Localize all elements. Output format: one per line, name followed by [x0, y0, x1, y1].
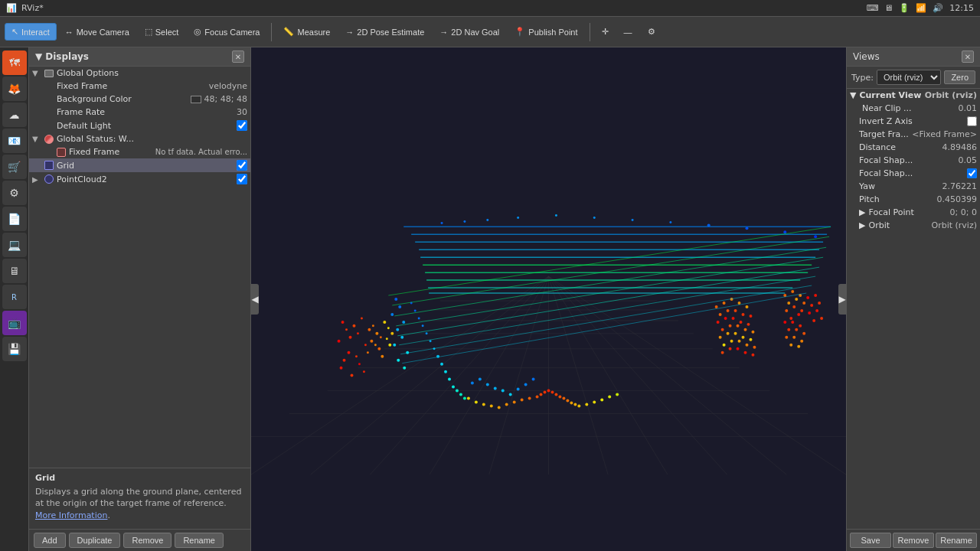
- value-bg-color: 48; 48; 48: [204, 94, 247, 104]
- view-focal-shape-size[interactable]: Focal Shap... 0.05: [847, 154, 980, 167]
- label-frame-rate: Frame Rate: [57, 107, 234, 117]
- duplicate-button[interactable]: Duplicate: [69, 533, 121, 548]
- taskbar-settings[interactable]: ⚙: [2, 181, 27, 205]
- svg-point-158: [749, 338, 752, 341]
- nav-goal-button[interactable]: → 2D Nav Goal: [433, 24, 506, 41]
- taskbar-firefox[interactable]: 🦊: [2, 77, 27, 101]
- tree-item-global-options[interactable]: ▼ Global Options: [29, 67, 250, 80]
- more-info-link[interactable]: More Information: [35, 510, 107, 520]
- add-button[interactable]: Add: [34, 533, 66, 548]
- taskbar-hdd[interactable]: 💾: [2, 337, 27, 361]
- svg-line-16: [489, 276, 549, 474]
- checkbox-pointcloud2[interactable]: [237, 174, 247, 184]
- pose-icon: →: [345, 28, 354, 37]
- svg-point-176: [792, 305, 795, 308]
- collapse-right-handle[interactable]: ▶: [838, 284, 846, 315]
- svg-point-147: [740, 321, 743, 324]
- invert-z-checkbox[interactable]: [967, 116, 977, 126]
- tree-item-grid[interactable]: Grid: [29, 158, 250, 172]
- taskbar-files[interactable]: 📄: [2, 207, 27, 231]
- taskbar-purple[interactable]: 📺: [2, 311, 27, 335]
- separator-1: [271, 23, 272, 41]
- 3d-viewport[interactable]: ◀ ▶: [251, 47, 846, 551]
- taskbar-monitor2[interactable]: 🖥: [2, 259, 27, 283]
- svg-point-67: [593, 217, 596, 219]
- view-target-frame[interactable]: Target Fra... <Fixed Frame>: [847, 128, 980, 141]
- svg-point-194: [818, 302, 821, 305]
- view-pitch[interactable]: Pitch 0.450399: [847, 193, 980, 206]
- svg-point-79: [400, 336, 403, 339]
- taskbar-r[interactable]: R: [2, 285, 27, 309]
- taskbar-amazon[interactable]: 🛒: [2, 155, 27, 179]
- tree-item-fixed-frame[interactable]: Fixed Frame velodyne: [29, 80, 250, 93]
- view-orbit[interactable]: ▶ Orbit Orbit (rviz): [847, 219, 980, 232]
- svg-point-127: [573, 403, 577, 406]
- pose-estimate-button[interactable]: → 2D Pose Estimate: [338, 24, 431, 41]
- orbit-toggle: ▶: [859, 220, 865, 230]
- collapse-left-handle[interactable]: ◀: [251, 284, 259, 315]
- tree-item-pointcloud2[interactable]: ▶ PointCloud2: [29, 172, 250, 186]
- app-title: RViz*: [21, 3, 44, 13]
- select-icon: ⬚: [145, 27, 152, 37]
- svg-point-138: [746, 305, 749, 308]
- views-save-button[interactable]: Save: [850, 533, 891, 548]
- svg-point-27: [341, 321, 345, 324]
- taskbar-terminal[interactable]: 💻: [2, 233, 27, 257]
- svg-point-163: [753, 346, 756, 349]
- tree-item-fixed-frame-status[interactable]: Fixed Frame No tf data. Actual erro...: [29, 145, 250, 158]
- publish-point-button[interactable]: 📍 Publish Point: [508, 23, 584, 41]
- add-icon-button[interactable]: ✛: [595, 23, 616, 41]
- svg-line-202: [396, 257, 823, 326]
- remove-button[interactable]: Remove: [123, 533, 172, 548]
- view-yaw[interactable]: Yaw 2.76221: [847, 180, 980, 193]
- views-panel: Views ✕ Type: Orbit (rviz) Zero ▼ Curren…: [846, 47, 980, 551]
- displays-close-button[interactable]: ✕: [232, 51, 244, 63]
- svg-point-129: [585, 403, 588, 406]
- titlebar-right: ⌨ 🖥 🔋 📶 🔊 12:15: [866, 3, 974, 13]
- checkbox-grid[interactable]: [237, 160, 247, 171]
- measure-button[interactable]: 📏 Measure: [276, 23, 337, 41]
- svg-point-182: [799, 324, 802, 328]
- focal-shape-enabled-checkbox[interactable]: [967, 168, 977, 178]
- interact-button[interactable]: ↖ Interact: [5, 23, 57, 41]
- displays-tree: ▼ Global Options Fixed Frame velodyne Ba…: [29, 67, 250, 468]
- tree-item-bg-color[interactable]: Background Color 48; 48; 48: [29, 93, 250, 106]
- svg-line-13: [311, 276, 549, 474]
- tree-item-frame-rate[interactable]: Frame Rate 30: [29, 106, 250, 119]
- focus-camera-button[interactable]: ◎ Focus Camera: [187, 23, 266, 41]
- view-near-clip[interactable]: Near Clip ... 0.01: [847, 102, 980, 115]
- tree-item-global-status[interactable]: ▼ Global Status: W...: [29, 132, 250, 145]
- monitor-icon: 🖥: [884, 3, 893, 13]
- views-rename-button[interactable]: Rename: [936, 533, 977, 548]
- tree-item-default-light[interactable]: Default Light: [29, 119, 250, 132]
- svg-point-143: [749, 315, 752, 318]
- svg-point-36: [363, 370, 365, 373]
- view-focal-point[interactable]: ▶ Focal Point 0; 0; 0: [847, 206, 980, 219]
- view-invert-z[interactable]: Invert Z Axis: [847, 115, 980, 128]
- view-focal-shape-enabled[interactable]: Focal Shap...: [847, 167, 980, 180]
- minus-icon-button[interactable]: —: [617, 24, 639, 41]
- svg-point-124: [562, 397, 565, 400]
- view-distance[interactable]: Distance 4.89486: [847, 141, 980, 154]
- main-layout: 🗺 🦊 ☁ 📧 🛒 ⚙ 📄 💻 🖥 R 📺 💾 ▼ Displays ✕ ▼ G…: [0, 47, 980, 551]
- taskbar-cloud[interactable]: ☁: [2, 103, 27, 127]
- views-remove-button[interactable]: Remove: [893, 533, 934, 548]
- taskbar-rviz[interactable]: 🗺: [2, 51, 27, 75]
- taskbar-email[interactable]: 📧: [2, 129, 27, 153]
- rename-button[interactable]: Rename: [175, 533, 224, 548]
- svg-point-142: [742, 313, 745, 316]
- move-camera-button[interactable]: ↔ Move Camera: [58, 24, 136, 41]
- views-close-button[interactable]: ✕: [962, 51, 974, 63]
- zero-button[interactable]: Zero: [944, 70, 975, 84]
- svg-point-95: [452, 386, 455, 389]
- svg-point-197: [812, 319, 815, 322]
- svg-point-169: [783, 294, 786, 297]
- svg-point-45: [367, 351, 369, 354]
- svg-point-50: [386, 337, 388, 340]
- settings-icon-button[interactable]: ⚙: [641, 23, 662, 41]
- checkbox-default-light[interactable]: [237, 120, 247, 131]
- views-type-select[interactable]: Orbit (rviz): [877, 70, 941, 85]
- svg-point-195: [808, 311, 811, 315]
- svg-line-20: [549, 276, 727, 474]
- select-button[interactable]: ⬚ Select: [138, 23, 186, 41]
